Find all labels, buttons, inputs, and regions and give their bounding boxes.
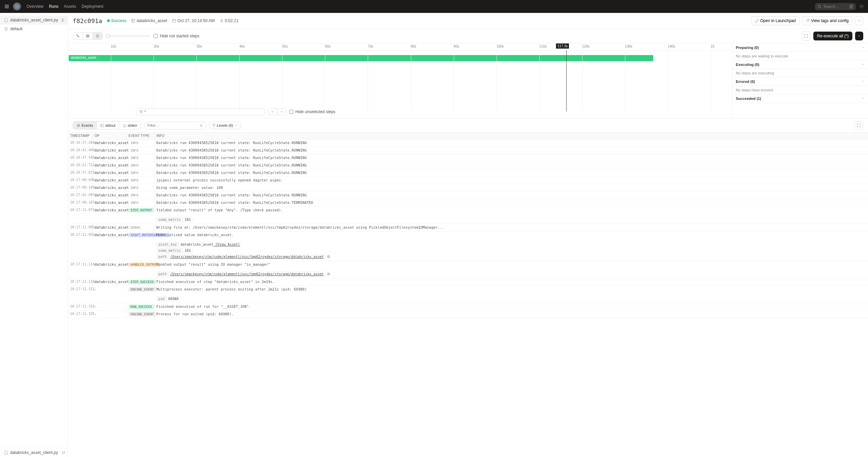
log-event-type: INFO: [126, 139, 154, 146]
log-row[interactable]: 10:17:11.085databricks_assetDEBUGWriting…: [68, 224, 868, 231]
log-info: Materialized value databricks_asset.asse…: [154, 231, 868, 261]
log-kv-link[interactable]: /Users/smackesey/stm/code/elementl/oss/t…: [170, 255, 324, 259]
event-type-tag: ENGINE_EVENT: [128, 312, 156, 316]
panel-errored-head[interactable]: Errored (0): [732, 77, 868, 86]
log-row[interactable]: 10:17:11.319-RUN_SUCCESSFinished executi…: [68, 303, 868, 311]
tab-events[interactable]: Events: [73, 122, 97, 129]
log-kv-link[interactable]: /Users/smackesey/stm/code/elementl/oss/t…: [170, 272, 324, 276]
nav-assets[interactable]: Assets: [64, 4, 76, 9]
log-row[interactable]: 10:16:57.872databricks_assetINFODatabric…: [68, 169, 868, 177]
log-info-text: Databricks run 43009438525818 current st…: [156, 156, 866, 160]
view-asset-link[interactable]: [View Asset]: [213, 243, 240, 246]
nav-deployment[interactable]: Deployment: [82, 4, 103, 9]
gantt-gridline: [154, 50, 154, 111]
gantt-gridline: [411, 50, 411, 111]
reload-icon[interactable]: [62, 451, 65, 455]
log-row[interactable]: 10:17:11.114databricks_assetHANDLED_OUTP…: [68, 261, 868, 278]
sidebar-bottom-file[interactable]: databricks_asset_client.py: [0, 448, 68, 457]
event-type-tag: INFO: [128, 148, 140, 153]
gantt-bar-databricks-asset[interactable]: databricks_asset: [69, 55, 653, 61]
log-event-type: INFO: [126, 147, 154, 154]
sidebar-item-default[interactable]: default: [0, 24, 68, 33]
log-row[interactable]: 10:16:47.549databricks_assetINFODatabric…: [68, 154, 868, 162]
log-op: databricks_asset: [92, 261, 126, 268]
gantt-gridline: [711, 50, 711, 111]
log-row[interactable]: 10:17:11.335-ENGINE_EVENTProcess for run…: [68, 311, 868, 318]
log-event-type: DEBUG: [126, 224, 154, 231]
zoom-slider[interactable]: [106, 35, 150, 37]
fullscreen-button[interactable]: [802, 32, 811, 40]
gantt-tick: 15: [711, 45, 714, 48]
log-kv: pid66980: [156, 296, 180, 301]
event-type-tag: RUN_SUCCESS: [128, 304, 154, 309]
hide-unselected-checkbox[interactable]: Hide unselected steps: [289, 109, 335, 114]
slider-thumb[interactable]: [106, 34, 110, 38]
log-op: databricks_asset: [92, 162, 126, 169]
global-search[interactable]: Search… /: [815, 3, 856, 10]
gantt-search-input[interactable]: *: [136, 108, 265, 116]
open-launchpad-button[interactable]: Open in Launchpad: [751, 16, 800, 25]
nav-runs[interactable]: Runs: [49, 4, 58, 9]
log-fullscreen-button[interactable]: [854, 121, 863, 129]
copy-icon[interactable]: ⧉: [327, 272, 330, 276]
view-mode-waterfall[interactable]: [73, 33, 83, 39]
view-tags-label: View tags and config: [811, 18, 849, 23]
view-mode-flat[interactable]: [83, 33, 93, 39]
fullscreen-icon: [804, 34, 808, 38]
run-asset[interactable]: databricks_asset: [131, 18, 167, 23]
nav-overview[interactable]: Overview: [27, 4, 44, 9]
log-timestamp: 10:17:11.312: [68, 286, 92, 292]
gantt-chart[interactable]: 10s20s30s40s50s60s70s80s90s100s110s120s1…: [68, 43, 732, 118]
log-row[interactable]: 10:16:52.722databricks_assetINFODatabric…: [68, 162, 868, 169]
gantt-toolbar: Hide not started steps Re-execute all (*…: [68, 29, 868, 43]
panel-preparing-head[interactable]: Preparing (0): [732, 43, 868, 52]
view-mode-time[interactable]: [93, 33, 102, 39]
log-row[interactable]: 10:17:11.118databricks_assetSTEP_SUCCESS…: [68, 278, 868, 286]
run-datetime-label: Oct 27, 10:14:50 AM: [177, 18, 214, 23]
log-row[interactable]: 10:17:11.071databricks_assetSTEP_OUTPUTY…: [68, 207, 868, 224]
event-type-tag: STEP_OUTPUT: [128, 208, 154, 212]
log-row[interactable]: 10:16:37.284databricks_assetINFODatabric…: [68, 139, 868, 147]
log-event-type: STEP_SUCCESS: [126, 278, 154, 285]
tab-stderr[interactable]: stderr: [119, 122, 141, 129]
view-tags-button[interactable]: View tags and config: [802, 16, 852, 25]
view-tags-dropdown[interactable]: [855, 16, 863, 25]
search-kbd: /: [849, 4, 853, 9]
hide-not-started-checkbox[interactable]: Hide not started steps: [154, 34, 199, 38]
reexecute-dropdown[interactable]: [855, 32, 863, 40]
panel-executing-head[interactable]: Executing (0): [732, 60, 868, 69]
log-row[interactable]: 10:17:00.096databricks_assetINFO[pipes] …: [68, 177, 868, 184]
log-row[interactable]: 10:17:00.109databricks_assetINFOUsing so…: [68, 184, 868, 192]
log-row[interactable]: 10:17:02.997databricks_assetINFODatabric…: [68, 192, 868, 199]
levels-button[interactable]: Levels (6): [209, 122, 241, 129]
gantt-tick: 10s: [111, 45, 116, 48]
hide-unselected-input[interactable]: [289, 110, 293, 114]
gantt-nav-up[interactable]: [277, 109, 286, 115]
run-datetime: Oct 27, 10:14:50 AM: [172, 18, 214, 23]
log-filter-field[interactable]: [147, 123, 199, 127]
log-filter-input[interactable]: ⊗: [144, 122, 206, 129]
panel-succeeded-head[interactable]: Succeeded (1): [732, 94, 868, 103]
sidebar-item-file[interactable]: databricks_asset_client.py 1: [0, 16, 68, 24]
reexecute-button[interactable]: Re-execute all (*): [813, 32, 852, 40]
log-info-text: Databricks run 43009438525818 current st…: [156, 171, 866, 175]
search-placeholder: Search…: [823, 4, 839, 8]
copy-icon[interactable]: ⧉: [327, 254, 330, 259]
log-info-text: Writing file at: /Users/smackesey/stm/co…: [156, 225, 866, 229]
log-info: Databricks run 43009438525818 current st…: [154, 154, 868, 161]
log-row[interactable]: 10:16:42.409databricks_assetINFODatabric…: [68, 147, 868, 154]
clear-icon[interactable]: ⊗: [199, 123, 203, 128]
search-icon: [818, 5, 821, 8]
log-row[interactable]: 10:17:11.312-ENGINE_EVENTMultiprocess ex…: [68, 286, 868, 303]
gantt-gridline: [196, 50, 197, 111]
log-event-type: INFO: [126, 162, 154, 169]
panel-executing-body: No steps are executing: [732, 69, 868, 77]
hide-not-started-input[interactable]: [154, 34, 158, 38]
gantt-nav-down[interactable]: [268, 109, 277, 115]
settings-icon[interactable]: [859, 4, 864, 9]
log-row[interactable]: 10:17:08.187databricks_assetINFODatabric…: [68, 199, 868, 207]
menu-icon[interactable]: [4, 4, 10, 9]
log-row[interactable]: 10:17:11.092databricks_assetASSET_MATERI…: [68, 231, 868, 261]
log-event-type: ENGINE_EVENT: [126, 311, 154, 318]
tab-stdout[interactable]: stdout: [97, 122, 119, 129]
